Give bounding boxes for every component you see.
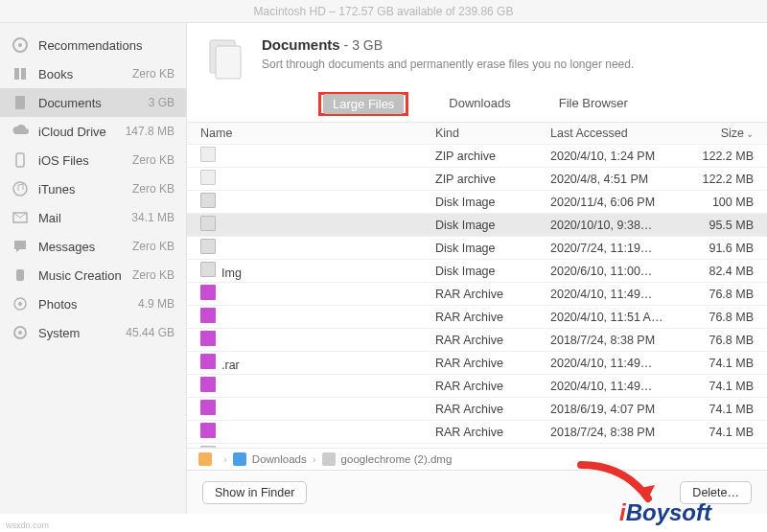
file-kind: ZIP archive [435, 150, 550, 163]
sidebar-item-books[interactable]: BooksZero KB [0, 59, 186, 88]
file-size: 74.1 MB [685, 403, 759, 416]
file-date: 2020/11/4, 6:06 PM [550, 196, 685, 209]
svg-point-8 [18, 302, 22, 306]
watermark: wsxdn.com [6, 520, 49, 530]
ios-files-icon [12, 151, 29, 169]
tabs: Large Files Downloads File Browser [187, 90, 767, 122]
recommendations-icon [12, 36, 29, 54]
table-row[interactable]: Disk Image2020/11/4, 6:06 PM100 MB [187, 191, 767, 214]
rar-file-icon [200, 377, 216, 392]
file-date: 2020/4/10, 1:24 PM [550, 150, 685, 163]
dmg-file-icon [200, 239, 216, 254]
sidebar-item-label: System [38, 326, 126, 340]
sidebar-item-size: 3 GB [149, 96, 174, 109]
file-size: 76.8 MB [685, 311, 759, 324]
sidebar-item-label: Messages [38, 240, 132, 254]
tab-file-browser[interactable]: File Browser [551, 92, 636, 116]
home-icon[interactable] [198, 452, 212, 466]
sidebar-item-size: Zero KB [132, 268, 174, 282]
zip-file-icon [200, 147, 216, 162]
table-row[interactable]: RAR Archive2020/4/10, 11:51 A…76.8 MB [187, 306, 767, 329]
table-row[interactable]: Disk Image2020/10/10, 9:38…95.5 MB [187, 214, 767, 237]
table-row[interactable]: ImgDisk Image2020/6/10, 11:00…82.4 MB [187, 260, 767, 283]
rar-file-icon [200, 400, 216, 415]
table-row[interactable]: RAR Archive2020/4/10, 11:49…76.8 MB [187, 283, 767, 306]
sidebar-item-label: Mail [38, 211, 131, 225]
col-size[interactable]: Size⌄ [685, 127, 759, 140]
icloud-drive-icon [12, 123, 29, 140]
svg-rect-6 [16, 269, 24, 281]
sidebar-item-documents[interactable]: Documents3 GB [0, 88, 186, 117]
table-header: Name Kind Last Accessed Size⌄ [187, 122, 767, 145]
dmg-file-icon [200, 193, 216, 208]
file-kind: Disk Image [435, 196, 550, 209]
dmg-file-icon [200, 262, 216, 277]
sidebar-item-music-creation[interactable]: Music CreationZero KB [0, 261, 186, 289]
svg-rect-12 [216, 46, 241, 79]
table-row[interactable]: RAR Archive2018/7/24, 8:38 PM76.8 MB [187, 329, 767, 352]
sidebar-item-itunes[interactable]: iTunesZero KB [0, 174, 186, 203]
sidebar-item-label: Documents [38, 96, 149, 110]
col-name[interactable]: Name [195, 127, 435, 140]
path-bar: › Downloads › googlechrome (2).dmg [187, 448, 767, 470]
sidebar-item-label: iCloud Drive [38, 125, 126, 139]
file-date: 2018/6/19, 4:07 PM [550, 403, 685, 416]
show-in-finder-button[interactable]: Show in Finder [202, 481, 307, 504]
path-folder[interactable]: Downloads [252, 453, 307, 465]
sidebar-item-recommendations[interactable]: Recommendations [0, 31, 186, 59]
file-size: 76.8 MB [685, 334, 759, 347]
file-kind: RAR Archive [435, 426, 550, 439]
table-row[interactable]: Disk Image2020/7/24, 11:19…91.6 MB [187, 237, 767, 260]
tab-large-files[interactable]: Large Files [323, 94, 404, 114]
sidebar-item-photos[interactable]: Photos4.9 MB [0, 289, 186, 318]
file-date: 2018/7/24, 8:38 PM [550, 334, 685, 347]
file-date: 2018/7/24, 8:38 PM [550, 426, 685, 439]
table-row[interactable]: RAR Archive2018/7/24, 8:38 PM74.1 MB [187, 421, 767, 444]
file-date: 2020/7/24, 11:19… [550, 242, 685, 255]
documents-icon [12, 94, 29, 111]
sidebar-item-messages[interactable]: MessagesZero KB [0, 232, 186, 261]
sidebar-item-icloud-drive[interactable]: iCloud Drive147.8 MB [0, 117, 186, 146]
sidebar-item-ios-files[interactable]: iOS FilesZero KB [0, 146, 186, 174]
file-date: 2020/4/10, 11:49… [550, 357, 685, 370]
file-date: 2020/4/10, 11:51 A… [550, 311, 685, 324]
svg-rect-2 [15, 96, 25, 109]
rar-file-icon [200, 423, 216, 438]
rar-file-icon [200, 308, 216, 323]
sidebar-item-label: iOS Files [38, 153, 132, 168]
svg-rect-3 [16, 153, 24, 167]
path-file[interactable]: googlechrome (2).dmg [341, 453, 453, 465]
table-row[interactable]: RAR Archive2018/6/19, 4:07 PM74.1 MB [187, 398, 767, 421]
col-last-accessed[interactable]: Last Accessed [550, 127, 685, 140]
file-size: 76.8 MB [685, 288, 759, 301]
sidebar-item-label: Photos [38, 297, 138, 312]
music-creation-icon [12, 266, 29, 284]
table-row[interactable]: ZIP archive2020/4/8, 4:51 PM122.2 MB [187, 168, 767, 191]
svg-point-10 [18, 331, 22, 335]
sidebar-item-size: 4.9 MB [138, 297, 174, 311]
table-row[interactable]: RAR Archive2020/4/10, 11:49…74.1 MB [187, 375, 767, 398]
sidebar-item-system[interactable]: System45.44 GB [0, 318, 186, 347]
dmg-icon[interactable] [322, 452, 336, 466]
table-row[interactable]: ZIP archive2020/4/10, 1:24 PM122.2 MB [187, 145, 767, 168]
sidebar-item-mail[interactable]: Mail34.1 MB [0, 203, 186, 232]
folder-icon[interactable] [233, 452, 246, 466]
file-kind: Disk Image [435, 265, 550, 278]
system-icon [12, 324, 29, 341]
books-icon [12, 65, 29, 82]
sidebar-item-size: Zero KB [132, 240, 174, 253]
tab-downloads[interactable]: Downloads [441, 92, 518, 116]
sidebar-item-size: Zero KB [132, 67, 174, 81]
file-kind: Disk Image [435, 242, 550, 255]
file-kind: RAR Archive [435, 334, 550, 347]
iboysoft-logo: iBoysoft [619, 499, 711, 526]
chevron-right-icon: › [313, 453, 316, 465]
sidebar-item-size: 45.44 GB [126, 326, 174, 339]
file-size: 82.4 MB [685, 265, 759, 278]
rar-file-icon [200, 285, 216, 300]
col-kind[interactable]: Kind [435, 127, 550, 140]
sidebar-item-size: Zero KB [132, 182, 174, 196]
table-row[interactable]: .rarRAR Archive2020/4/10, 11:49…74.1 MB [187, 352, 767, 375]
chevron-down-icon: ⌄ [746, 128, 754, 139]
file-date: 2020/4/8, 4:51 PM [550, 173, 685, 186]
